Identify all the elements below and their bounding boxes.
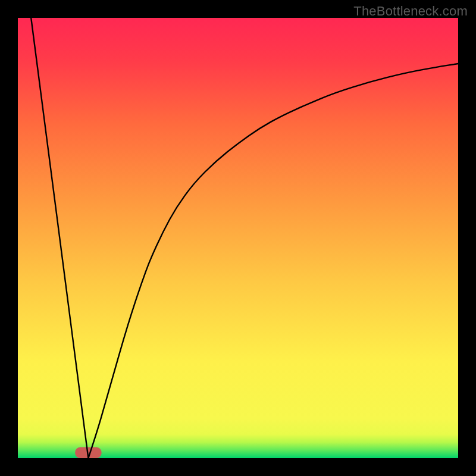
plot-area — [18, 18, 458, 458]
chart-container: TheBottleneck.com — [0, 0, 476, 476]
chart-svg — [0, 0, 476, 476]
watermark-text: TheBottleneck.com — [353, 4, 468, 19]
plot-background — [18, 18, 458, 458]
